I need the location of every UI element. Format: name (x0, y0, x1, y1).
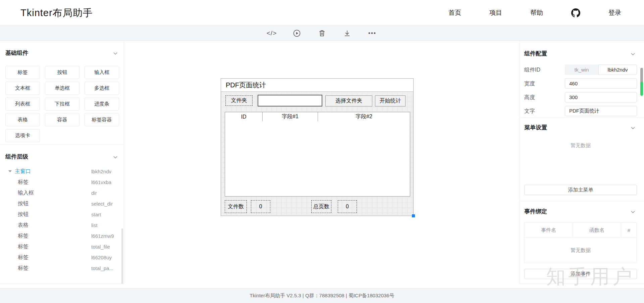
scrollbar-thumb[interactable] (640, 68, 643, 83)
panel-scrollbar[interactable] (640, 68, 643, 137)
chevron-down-icon[interactable] (631, 210, 635, 214)
tk-table-header: ID 字段#1 字段#2 (225, 112, 410, 121)
event-binding-table: 事件名 函数名 # 暂无数据 (524, 222, 637, 263)
palette-item-notebook[interactable]: 选项卡 (5, 129, 40, 142)
tree-row-label: 标签 (18, 243, 29, 250)
height-input[interactable] (565, 92, 637, 102)
palette-item-combobox[interactable]: 下拉框 (45, 97, 79, 111)
tree-row-id: total_file (91, 244, 121, 250)
footer-text: Tkinter布局助手 V2.5.3 | Q群：788392508 | 蜀ICP… (250, 293, 394, 299)
login-link[interactable]: 登录 (608, 8, 621, 17)
tree-row-id: start (91, 212, 121, 217)
tree-row-id: l661zmw9 (91, 233, 121, 239)
event-col-function: 函数名 (573, 223, 621, 237)
tk-window-body[interactable]: 文件夹 选择文件夹 开始统计 ID 字段#1 字段#2 文件数 0 总页数 0 (221, 92, 413, 216)
tree-row[interactable]: 标签 l66208uy (0, 252, 124, 263)
tk-page-count-label[interactable]: 总页数 (311, 200, 331, 213)
palette-item-frame[interactable]: 容器 (45, 113, 79, 126)
field-label-height: 高度 (524, 92, 535, 102)
palette-item-input[interactable]: 输入框 (85, 66, 119, 79)
tk-folder-label[interactable]: 文件夹 (225, 95, 253, 106)
palette-item-button[interactable]: 按钮 (45, 66, 79, 79)
tree-row-id: select_dir (91, 201, 121, 207)
export-code-icon[interactable]: </> (267, 29, 276, 38)
field-label-width: 宽度 (524, 78, 535, 89)
event-col-actions: # (621, 223, 637, 237)
tk-window-title[interactable]: PDF页面统计 (221, 79, 413, 92)
canvas-toolbar: </> ••• (0, 26, 644, 41)
tree-row-label: 标签 (18, 232, 29, 240)
sidebar-scrollbar-thumb[interactable] (121, 228, 123, 284)
text-input[interactable] (565, 106, 637, 116)
tree-row-label: 表格 (18, 222, 29, 229)
events-section-title: 事件绑定 (524, 208, 547, 215)
resize-handle[interactable] (412, 214, 415, 217)
main-nav: 首页 项目 帮助 登录 (448, 0, 621, 26)
palette-item-listbox[interactable]: 列表框 (5, 97, 40, 111)
palette-item-progressbar[interactable]: 进度条 (85, 97, 119, 111)
github-icon[interactable] (571, 8, 580, 17)
tk-select-dir-button[interactable]: 选择文件夹 (325, 95, 372, 106)
tk-file-count-value[interactable]: 0 (251, 200, 270, 213)
top-header: Tkinter布局助手 首页 项目 帮助 登录 (0, 0, 644, 26)
tree-row-label: 按钮 (18, 200, 29, 207)
tree-row[interactable]: 表格 list (0, 220, 124, 230)
event-empty-text: 暂无数据 (525, 238, 637, 263)
chevron-down-icon[interactable] (113, 52, 118, 55)
tk-window-preview[interactable]: PDF页面统计 文件夹 选择文件夹 开始统计 ID 字段#1 字段#2 文件数 … (221, 78, 414, 216)
palette-item-table[interactable]: 表格 (5, 113, 40, 126)
nav-projects[interactable]: 项目 (489, 8, 502, 17)
width-input[interactable] (565, 78, 637, 89)
component-palette: 标签 按钮 输入框 文本框 单选框 多选框 列表框 下拉框 进度条 表格 容器 … (5, 66, 119, 142)
nav-help[interactable]: 帮助 (530, 8, 543, 17)
tk-table-widget[interactable]: ID 字段#1 字段#2 (225, 112, 410, 197)
tree-row[interactable]: 输入框 dir (0, 187, 124, 198)
tree-row[interactable]: 标签 total_pa... (0, 263, 124, 273)
download-icon[interactable] (342, 29, 352, 38)
tk-table-col-field1: 字段#1 (263, 112, 318, 121)
palette-item-radio[interactable]: 单选框 (45, 82, 79, 95)
app-root: Tkinter布局助手 首页 项目 帮助 登录 </> (0, 0, 644, 303)
tk-start-button[interactable]: 开始统计 (375, 95, 406, 106)
tree-row[interactable]: 标签 l661vxba (0, 177, 124, 187)
tree-row[interactable]: 标签 total_file (0, 241, 124, 252)
tk-table-col-field2: 字段#2 (318, 112, 410, 121)
palette-item-textbox[interactable]: 文本框 (5, 82, 40, 95)
tree-row[interactable]: 按钮 select_dir (0, 198, 124, 209)
design-canvas[interactable]: PDF页面统计 文件夹 选择文件夹 开始统计 ID 字段#1 字段#2 文件数 … (124, 41, 520, 288)
tk-dir-entry[interactable] (258, 95, 322, 106)
tk-page-count-value[interactable]: 0 (338, 200, 357, 213)
tk-file-count-label[interactable]: 文件数 (225, 200, 247, 213)
component-sidebar: 基础组件 标签 按钮 输入框 文本框 单选框 多选框 列表框 下拉框 进度条 表… (0, 41, 124, 284)
add-event-button[interactable]: 添加事件 (524, 269, 637, 279)
tree-row-main-window[interactable]: 主窗口 lbkh2ndv (0, 166, 124, 177)
tree-row-id: lbkh2ndv (91, 169, 121, 174)
tree-row-label: 主窗口 (15, 168, 31, 175)
tree-row[interactable]: 按钮 start (0, 209, 124, 220)
tree-row-label: 标签 (18, 254, 29, 261)
chevron-down-icon[interactable] (113, 156, 118, 159)
chevron-down-icon[interactable] (631, 52, 635, 56)
chevron-down-icon[interactable] (631, 126, 635, 130)
tree-row-id: l66208uy (91, 255, 121, 260)
field-label-text: 文字 (524, 106, 535, 116)
tree-row[interactable]: 标签 l661zmw9 (0, 230, 124, 241)
tree-row-label: 标签 (18, 179, 29, 186)
tree-row-id: l661vxba (91, 179, 121, 185)
more-icon[interactable]: ••• (368, 29, 377, 38)
add-main-menu-button[interactable]: 添加主菜单 (524, 185, 637, 195)
palette-item-checkbox[interactable]: 多选框 (85, 82, 119, 95)
nav-home[interactable]: 首页 (448, 8, 461, 17)
palette-item-labelframe[interactable]: 标签容器 (85, 113, 119, 126)
app-logo[interactable]: Tkinter布局助手 (20, 0, 93, 26)
triangle-down-icon[interactable] (8, 170, 12, 172)
component-id-input[interactable] (598, 64, 637, 75)
tree-row-label: 按钮 (18, 211, 29, 218)
scrollbar-thumb-green[interactable] (640, 82, 643, 96)
menu-section-title: 菜单设置 (524, 124, 547, 131)
hierarchy-title: 组件层级 (5, 153, 28, 161)
palette-item-label[interactable]: 标签 (5, 66, 40, 79)
delete-icon[interactable] (317, 29, 327, 38)
run-preview-icon[interactable] (292, 29, 302, 38)
tree-row-label: 输入框 (18, 189, 34, 197)
